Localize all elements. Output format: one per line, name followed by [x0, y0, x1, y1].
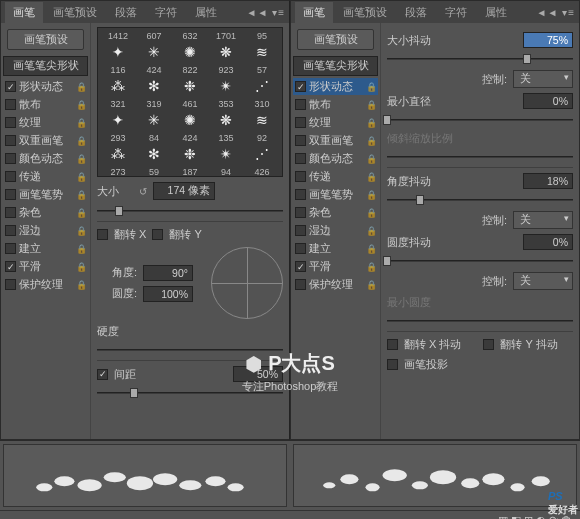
lock-icon[interactable]: 🔒 — [76, 244, 86, 254]
option-checkbox[interactable] — [5, 171, 16, 182]
brush-cell[interactable]: 293⁂ — [100, 132, 136, 166]
option-checkbox[interactable] — [295, 135, 306, 146]
lock-icon[interactable]: 🔒 — [76, 136, 86, 146]
lock-icon[interactable]: 🔒 — [366, 280, 376, 290]
spacing-slider[interactable] — [97, 387, 283, 399]
brush-cell[interactable]: 426≋ — [244, 166, 280, 177]
option-checkbox[interactable] — [5, 189, 16, 200]
lock-icon[interactable]: 🔒 — [366, 244, 376, 254]
min-diameter-slider[interactable] — [387, 114, 573, 126]
sidebar-item[interactable]: 散布🔒 — [293, 96, 378, 113]
option-checkbox[interactable] — [295, 207, 306, 218]
brush-cell[interactable]: 321✦ — [100, 98, 136, 132]
roundness-jitter-field[interactable]: 0% — [523, 234, 573, 250]
tab-brush[interactable]: 画笔 — [5, 2, 43, 23]
brush-cell[interactable]: 461✺ — [172, 98, 208, 132]
sidebar-item[interactable]: 杂色🔒 — [293, 204, 378, 221]
sidebar-item[interactable]: 双重画笔🔒 — [293, 132, 378, 149]
brush-cell[interactable]: 57⋰ — [244, 64, 280, 98]
brush-cell[interactable]: 95≋ — [244, 30, 280, 64]
option-checkbox[interactable] — [295, 261, 306, 272]
control-select-3[interactable]: 关 — [513, 272, 573, 290]
tab-preset-r[interactable]: 画笔预设 — [335, 2, 395, 23]
brush-cell[interactable]: 94❋ — [208, 166, 244, 177]
roundness-jitter-slider[interactable] — [387, 255, 573, 267]
sidebar-item[interactable]: 双重画笔🔒 — [3, 132, 88, 149]
option-checkbox[interactable] — [295, 171, 306, 182]
spacing-field[interactable]: 50% — [233, 366, 283, 382]
angle-control-icon[interactable] — [211, 247, 283, 319]
option-checkbox[interactable] — [5, 243, 16, 254]
brush-preset-button-r[interactable]: 画笔预设 — [297, 29, 374, 50]
sidebar-item[interactable]: 平滑🔒 — [293, 258, 378, 275]
control-select-2[interactable]: 关 — [513, 211, 573, 229]
sidebar-item[interactable]: 形状动态🔒 — [3, 78, 88, 95]
sidebar-item[interactable]: 建立🔒 — [293, 240, 378, 257]
option-checkbox[interactable] — [295, 99, 306, 110]
sidebar-item[interactable]: 画笔笔势🔒 — [293, 186, 378, 203]
sidebar-item[interactable]: 保护纹理🔒 — [293, 276, 378, 293]
lock-icon[interactable]: 🔒 — [76, 118, 86, 128]
lock-icon[interactable]: 🔒 — [366, 136, 376, 146]
brush-cell[interactable]: 319✳ — [136, 98, 172, 132]
option-checkbox[interactable] — [5, 279, 16, 290]
panel-menu-icon[interactable]: ◄◄ ▾≡ — [247, 7, 285, 18]
sidebar-item[interactable]: 传递🔒 — [3, 168, 88, 185]
option-checkbox[interactable] — [5, 261, 16, 272]
reset-size-icon[interactable]: ↺ — [139, 186, 147, 197]
brush-cell[interactable]: 424✻ — [136, 64, 172, 98]
option-checkbox[interactable] — [295, 117, 306, 128]
brush-cell[interactable]: 116⁂ — [100, 64, 136, 98]
brush-tip-shape[interactable]: 画笔笔尖形状 — [3, 56, 88, 76]
option-checkbox[interactable] — [295, 153, 306, 164]
lock-icon[interactable]: 🔒 — [76, 172, 86, 182]
brush-cell[interactable]: 1412✦ — [100, 30, 136, 64]
sidebar-item[interactable]: 纹理🔒 — [293, 114, 378, 131]
tab-preset[interactable]: 画笔预设 — [45, 2, 105, 23]
sidebar-item[interactable]: 保护纹理🔒 — [3, 276, 88, 293]
flipx-jitter-checkbox[interactable] — [387, 339, 398, 350]
brush-cell[interactable]: 632✺ — [172, 30, 208, 64]
lock-icon[interactable]: 🔒 — [366, 154, 376, 164]
brush-cell[interactable]: 59✳ — [136, 166, 172, 177]
brush-cell[interactable]: 273✦ — [100, 166, 136, 177]
sidebar-item[interactable]: 散布🔒 — [3, 96, 88, 113]
brush-cell[interactable]: 353❋ — [208, 98, 244, 132]
brush-cell[interactable]: 135✴ — [208, 132, 244, 166]
size-jitter-field[interactable]: 75% — [523, 32, 573, 48]
lock-icon[interactable]: 🔒 — [76, 82, 86, 92]
option-checkbox[interactable] — [295, 225, 306, 236]
option-checkbox[interactable] — [5, 117, 16, 128]
lock-icon[interactable]: 🔒 — [366, 172, 376, 182]
panel-menu-icon-r[interactable]: ◄◄ ▾≡ — [537, 7, 575, 18]
lock-icon[interactable]: 🔒 — [76, 154, 86, 164]
sidebar-item[interactable]: 平滑🔒 — [3, 258, 88, 275]
brush-projection-checkbox[interactable] — [387, 359, 398, 370]
tab-attr[interactable]: 属性 — [187, 2, 225, 23]
roundness-field[interactable]: 100% — [143, 286, 193, 302]
option-checkbox[interactable] — [5, 135, 16, 146]
lock-icon[interactable]: 🔒 — [76, 208, 86, 218]
option-checkbox[interactable] — [295, 243, 306, 254]
lock-icon[interactable]: 🔒 — [366, 190, 376, 200]
option-checkbox[interactable] — [5, 225, 16, 236]
brush-cell[interactable]: 923✴ — [208, 64, 244, 98]
tab-char[interactable]: 字符 — [147, 2, 185, 23]
sidebar-item[interactable]: 纹理🔒 — [3, 114, 88, 131]
tab-char-r[interactable]: 字符 — [437, 2, 475, 23]
brush-cell[interactable]: 1701❋ — [208, 30, 244, 64]
lock-icon[interactable]: 🔒 — [76, 280, 86, 290]
flipy-checkbox[interactable] — [152, 229, 163, 240]
lock-icon[interactable]: 🔒 — [76, 226, 86, 236]
tab-para[interactable]: 段落 — [107, 2, 145, 23]
sidebar-item[interactable]: 湿边🔒 — [293, 222, 378, 239]
brush-cell[interactable]: 310≋ — [244, 98, 280, 132]
control-select-1[interactable]: 关 — [513, 70, 573, 88]
sidebar-item[interactable]: 颜色动态🔒 — [293, 150, 378, 167]
angle-field[interactable]: 90° — [143, 265, 193, 281]
size-jitter-slider[interactable] — [387, 53, 573, 65]
brush-preset-button[interactable]: 画笔预设 — [7, 29, 84, 50]
option-checkbox[interactable] — [295, 81, 306, 92]
brush-cell[interactable]: 187✺ — [172, 166, 208, 177]
lock-icon[interactable]: 🔒 — [76, 190, 86, 200]
